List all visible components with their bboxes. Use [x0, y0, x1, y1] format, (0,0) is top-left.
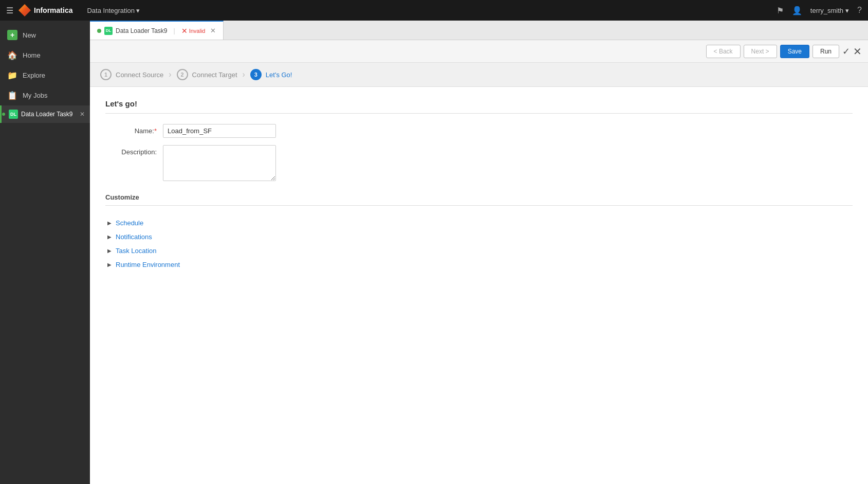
- accordion-runtime-env[interactable]: ▶ Runtime Environment: [105, 258, 853, 272]
- description-textarea[interactable]: [163, 145, 276, 181]
- wizard-steps: 1 Connect Source › 2 Connect Target › 3 …: [90, 63, 868, 87]
- tab-dot: [97, 29, 101, 33]
- check-icon[interactable]: ✓: [842, 46, 850, 57]
- save-button[interactable]: Save: [780, 45, 809, 58]
- sidebar-item-home-label: Home: [23, 51, 41, 59]
- name-required: *: [154, 127, 157, 135]
- accordion-task-location[interactable]: ▶ Task Location: [105, 244, 853, 258]
- tab-close-icon[interactable]: ✕: [210, 27, 216, 34]
- tab-label: Data Loader Task9: [116, 27, 168, 34]
- sidebar-item-home[interactable]: 🏠 Home: [0, 45, 90, 65]
- sidebar-task-close-icon[interactable]: ✕: [80, 111, 85, 118]
- schedule-label: Schedule: [116, 219, 143, 227]
- back-button[interactable]: < Back: [706, 45, 741, 58]
- name-label: Name:*: [105, 124, 157, 135]
- home-icon: 🏠: [7, 50, 17, 60]
- tab-invalid-badge: ✕ Invalid: [181, 27, 206, 35]
- step-circle-1: 1: [100, 69, 112, 80]
- task-icon: DL: [9, 110, 18, 119]
- tab-separator: |: [174, 27, 175, 34]
- schedule-arrow-icon: ▶: [107, 220, 112, 226]
- sidebar-item-explore-label: Explore: [23, 71, 45, 79]
- sidebar-item-myjobs-label: My Jobs: [23, 92, 47, 99]
- myjobs-icon: 📋: [7, 91, 17, 100]
- sidebar-item-myjobs[interactable]: 📋 My Jobs: [0, 85, 90, 105]
- content-area: DL Data Loader Task9 | ✕ Invalid ✕ < Bac…: [90, 21, 868, 484]
- informatica-logo: Informatica: [19, 4, 72, 16]
- logo-diamond-icon: [19, 4, 31, 16]
- user-menu[interactable]: terry_smith ▾: [810, 7, 849, 14]
- customize-divider: [105, 205, 853, 206]
- tab-data-loader-task9[interactable]: DL Data Loader Task9 | ✕ Invalid ✕: [90, 21, 224, 40]
- tab-task-icon: DL: [104, 27, 113, 35]
- new-icon: +: [7, 30, 17, 40]
- toolbar: < Back Next > Save Run ✓ ✕: [90, 40, 868, 63]
- product-selector[interactable]: Data Integration ▾: [87, 7, 140, 14]
- sidebar: + New 🏠 Home 📁 Explore 📋 My Jobs DL Data…: [0, 21, 90, 484]
- accordion-notifications[interactable]: ▶ Notifications: [105, 230, 853, 244]
- description-field-row: Description:: [105, 145, 853, 181]
- notifications-arrow-icon: ▶: [107, 234, 112, 240]
- form-section-title: Let's go!: [105, 99, 853, 108]
- section-divider: [105, 113, 853, 114]
- top-nav: ☰ Informatica Data Integration ▾ ⚑ 👤 ter…: [0, 0, 868, 21]
- logo-text: Informatica: [34, 6, 72, 14]
- active-dot: [2, 113, 5, 116]
- next-button[interactable]: Next >: [744, 45, 777, 58]
- step-arrow-1: ›: [169, 70, 171, 79]
- sidebar-task-label: Data Loader Task9: [21, 111, 77, 118]
- customize-title: Customize: [105, 193, 853, 201]
- accordion-schedule[interactable]: ▶ Schedule: [105, 216, 853, 230]
- task-location-label: Task Location: [116, 247, 157, 255]
- flag-icon[interactable]: ⚑: [777, 6, 784, 15]
- hamburger-icon[interactable]: ☰: [6, 6, 13, 15]
- task-location-arrow-icon: ▶: [107, 248, 112, 254]
- close-icon[interactable]: ✕: [853, 45, 862, 58]
- step-lets-go[interactable]: 3 Let's Go!: [250, 69, 292, 80]
- explore-icon: 📁: [7, 70, 17, 80]
- name-input[interactable]: [163, 124, 276, 138]
- sidebar-item-new[interactable]: + New: [0, 25, 90, 45]
- step-label-2: Connect Target: [192, 71, 237, 79]
- sidebar-task-item[interactable]: DL Data Loader Task9 ✕: [0, 105, 90, 123]
- step-circle-3: 3: [250, 69, 262, 80]
- sidebar-item-explore[interactable]: 📁 Explore: [0, 65, 90, 85]
- step-circle-2: 2: [177, 69, 188, 80]
- form-area: Let's go! Name:* Description: Customize …: [90, 87, 868, 484]
- step-arrow-2: ›: [243, 70, 245, 79]
- runtime-env-label: Runtime Environment: [116, 261, 180, 268]
- step-label-1: Connect Source: [116, 71, 163, 79]
- description-label: Description:: [105, 145, 157, 156]
- runtime-env-arrow-icon: ▶: [107, 262, 112, 267]
- person-icon[interactable]: 👤: [792, 6, 802, 15]
- help-icon[interactable]: ?: [857, 6, 862, 15]
- customize-section: Customize ▶ Schedule ▶ Notifications ▶ T…: [105, 193, 853, 272]
- step-label-3: Let's Go!: [266, 71, 292, 79]
- run-button[interactable]: Run: [812, 45, 839, 58]
- notifications-label: Notifications: [116, 233, 152, 241]
- step-connect-source[interactable]: 1 Connect Source: [100, 69, 163, 80]
- name-field-row: Name:*: [105, 124, 853, 138]
- sidebar-item-new-label: New: [23, 31, 36, 39]
- tab-bar: DL Data Loader Task9 | ✕ Invalid ✕: [90, 21, 868, 40]
- step-connect-target[interactable]: 2 Connect Target: [177, 69, 237, 80]
